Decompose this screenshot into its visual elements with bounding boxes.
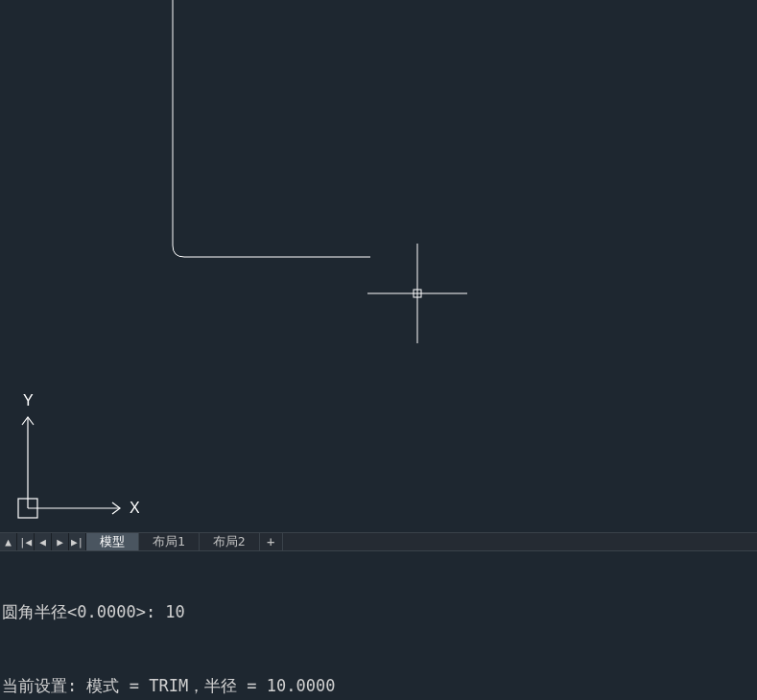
ucs-y-label: Y <box>23 392 34 408</box>
tab-nav-up[interactable]: ▲ <box>0 533 17 550</box>
tab-layout2[interactable]: 布局2 <box>200 533 260 550</box>
tab-nav-prev[interactable]: ◀ <box>35 533 52 550</box>
layout-tab-bar: ▲ |◀ ◀ ▶ ▶| 模型 布局1 布局2 + <box>0 532 757 551</box>
tab-nav-first[interactable]: |◀ <box>17 533 35 550</box>
fillet-line <box>173 0 370 257</box>
tab-layout1[interactable]: 布局1 <box>139 533 200 550</box>
ucs-icon: X Y <box>14 388 139 523</box>
command-line: 当前设置: 模式 = TRIM，半径 = 10.0000 <box>2 674 755 699</box>
command-line: 圆角半径<0.0000>: 10 <box>2 600 755 625</box>
tab-model[interactable]: 模型 <box>86 533 139 550</box>
tab-add[interactable]: + <box>260 533 283 550</box>
tab-nav-next[interactable]: ▶ <box>52 533 69 550</box>
command-history[interactable]: 圆角半径<0.0000>: 10 当前设置: 模式 = TRIM，半径 = 10… <box>0 551 757 700</box>
drawing-canvas[interactable]: X Y <box>0 0 757 532</box>
ucs-x-label: X <box>130 500 139 516</box>
tab-nav-last[interactable]: ▶| <box>69 533 86 550</box>
